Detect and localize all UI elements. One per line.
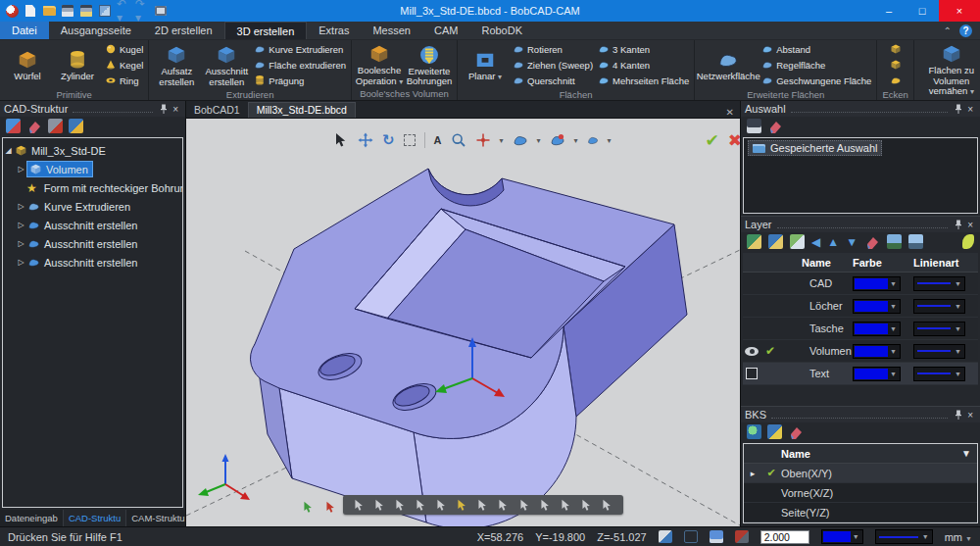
snap-mode-button[interactable] <box>415 499 427 512</box>
pin-icon[interactable] <box>953 103 964 115</box>
new-file-button[interactable] <box>24 4 37 18</box>
add-layer-icon[interactable] <box>747 234 761 249</box>
eraser-tool-icon[interactable] <box>26 119 42 134</box>
praegung-button[interactable]: Prägung <box>252 73 348 88</box>
querschnitt-button[interactable]: Querschnitt <box>511 73 595 88</box>
close-button[interactable]: × <box>939 0 980 22</box>
close-document-icon[interactable]: ✕ <box>726 107 740 118</box>
drei-kanten-button[interactable]: 3 Kanten <box>596 41 691 57</box>
tab-2d-erstellen[interactable]: 2D erstellen <box>143 22 224 39</box>
linestyle-dropdown[interactable]: ▼ <box>913 322 965 336</box>
expander-icon[interactable]: ▷ <box>16 258 26 267</box>
viewport-canvas[interactable]: ↻ A ▾ ▾ ▾ ▾ ✔ ✖ <box>186 118 740 526</box>
wuerfel-button[interactable]: Würfel <box>3 47 52 82</box>
close-panel-icon[interactable]: × <box>964 220 976 230</box>
solid-model[interactable] <box>250 169 687 527</box>
pin-icon[interactable] <box>953 219 964 230</box>
linestyle-dropdown[interactable]: ▼ <box>913 299 965 314</box>
tree-item-form[interactable]: ★ Form mit rechteckiger Bohrung <box>3 178 182 197</box>
edit-layer-icon[interactable] <box>790 234 805 249</box>
tree-item-ausschnitt-3[interactable]: ▷ Ausschnitt erstellen <box>3 253 182 272</box>
saved-selection-item[interactable]: Gespeicherte Auswahl <box>748 140 882 156</box>
corner-tool-1-button[interactable] <box>888 41 904 57</box>
tab-cam[interactable]: CAM <box>422 22 469 39</box>
aufsatz-erstellen-button[interactable]: Aufsatz erstellen <box>152 42 201 87</box>
zylinder-button[interactable]: Zylinder <box>53 47 102 82</box>
linestyle-dropdown[interactable]: ▼ <box>913 367 965 381</box>
screenshot-button[interactable] <box>154 4 168 18</box>
tab-extras[interactable]: Extras <box>307 22 361 39</box>
kugel-button[interactable]: Kugel <box>103 41 145 57</box>
layer-row-cad[interactable]: CAD ▼ ▼ <box>743 273 978 295</box>
layer-image-icon[interactable] <box>887 234 902 249</box>
snap-mode-button[interactable] <box>435 499 448 512</box>
active-layer-check-icon[interactable]: ✔ <box>765 344 775 358</box>
expander-icon[interactable]: ▷ <box>16 239 26 248</box>
clear-selection-button[interactable] <box>767 119 783 134</box>
netzwerkflaeche-button[interactable]: Netzwerkfläche <box>698 47 759 82</box>
capture-tool-icon[interactable] <box>69 119 83 133</box>
bks-row-oben[interactable]: ▸ ✔ Oben(X/Y) <box>744 464 977 483</box>
color-dropdown[interactable]: ▼ <box>853 276 901 291</box>
flaechen-zu-volumen-vernaehen-button[interactable]: Flächen zu Volumen vernähen ▾ <box>917 41 980 98</box>
column-farbe[interactable]: Farbe <box>853 257 913 269</box>
close-panel-icon[interactable]: × <box>170 104 181 115</box>
doc-tab-mill3x[interactable]: Mill3x_Std-DE.bbcd <box>248 102 356 118</box>
mehrseiten-flaeche-button[interactable]: Mehrseiten Fläche <box>596 73 691 88</box>
display-option-button[interactable] <box>587 134 599 146</box>
snap-mode-button[interactable] <box>476 499 489 512</box>
tree-item-root[interactable]: ◢ Mill_3x_Std-DE <box>3 141 182 160</box>
rotieren-button[interactable]: Rotieren <box>511 41 595 57</box>
open-file-button[interactable] <box>42 4 56 18</box>
layer-row-volumen[interactable]: ✔ Volumen ▼ ▼ <box>743 340 978 363</box>
apply-button[interactable]: ✔ <box>706 130 719 151</box>
layer-row-text[interactable]: Text ▼ ▼ <box>743 363 978 385</box>
leaf-icon[interactable] <box>962 234 974 249</box>
linestyle-dropdown[interactable]: ▼ <box>913 344 965 359</box>
status-color-dropdown[interactable]: ▼ <box>821 529 863 544</box>
close-panel-icon[interactable]: × <box>964 104 976 115</box>
save-view-icon[interactable] <box>710 530 723 543</box>
tab-3d-erstellen[interactable]: 3D erstellen <box>224 22 308 39</box>
pencil-tool-icon[interactable] <box>6 119 21 133</box>
selected-tree-item[interactable]: Volumen <box>26 161 93 177</box>
filter-funnel-icon[interactable]: ▼ <box>961 448 977 459</box>
corner-tool-3-button[interactable] <box>888 73 904 88</box>
stamp-tool-icon[interactable] <box>48 119 63 133</box>
color-dropdown[interactable]: ▼ <box>853 299 901 314</box>
line-width-input[interactable]: 2.000 <box>760 530 809 544</box>
move-up-icon[interactable]: ▲ <box>827 235 839 249</box>
expander-icon[interactable]: ◢ <box>3 146 14 155</box>
expander-icon[interactable]: ▷ <box>16 165 26 174</box>
collapse-ribbon-button[interactable]: ⌃ <box>944 25 952 36</box>
delete-ucs-button[interactable] <box>788 424 804 440</box>
tab-robodk[interactable]: RoboDK <box>469 22 534 39</box>
visibility-checkbox[interactable] <box>746 368 758 379</box>
expander-icon[interactable]: ▷ <box>16 202 26 211</box>
shade-mode-button[interactable] <box>513 132 528 148</box>
ziehen-sweep-button[interactable]: Ziehen (Sweep) <box>511 57 595 73</box>
close-panel-icon[interactable]: × <box>964 410 976 421</box>
zoom-text-button[interactable]: A <box>434 134 442 146</box>
cursor-tool-icon[interactable] <box>659 530 672 543</box>
planar-button[interactable]: Planar ▾ <box>461 47 510 83</box>
vier-kanten-button[interactable]: 4 Kanten <box>596 57 691 73</box>
color-dropdown[interactable]: ▼ <box>853 322 901 336</box>
tab-cam-struktur[interactable]: CAM-Struktu <box>126 510 190 526</box>
edit-ucs-button[interactable] <box>767 424 782 439</box>
bks-row-seite[interactable]: Seite(Y/Z) <box>744 503 977 522</box>
tab-cad-struktur[interactable]: CAD-Struktu <box>64 510 126 526</box>
abstand-button[interactable]: Abstand <box>760 41 873 57</box>
tab-dateneingabe[interactable]: Dateneingab <box>0 510 64 526</box>
visibility-eye-icon[interactable] <box>745 347 759 356</box>
move-down-icon[interactable]: ▼ <box>846 235 858 249</box>
app-logo-icon[interactable] <box>5 4 19 18</box>
linestyle-dropdown[interactable]: ▼ <box>913 276 965 291</box>
regelflaeche-button[interactable]: Regelfläche <box>760 57 873 73</box>
geschwungene-flaeche-button[interactable]: Geschwungene Fläche <box>760 73 873 88</box>
snap-mode-button[interactable] <box>394 499 407 512</box>
report-button[interactable] <box>98 4 112 18</box>
column-name[interactable]: Name <box>780 257 853 269</box>
tree-item-ausschnitt-1[interactable]: ▷ Ausschnitt erstellen <box>3 216 182 234</box>
redo-button[interactable]: ↷ ▾ <box>135 4 149 18</box>
